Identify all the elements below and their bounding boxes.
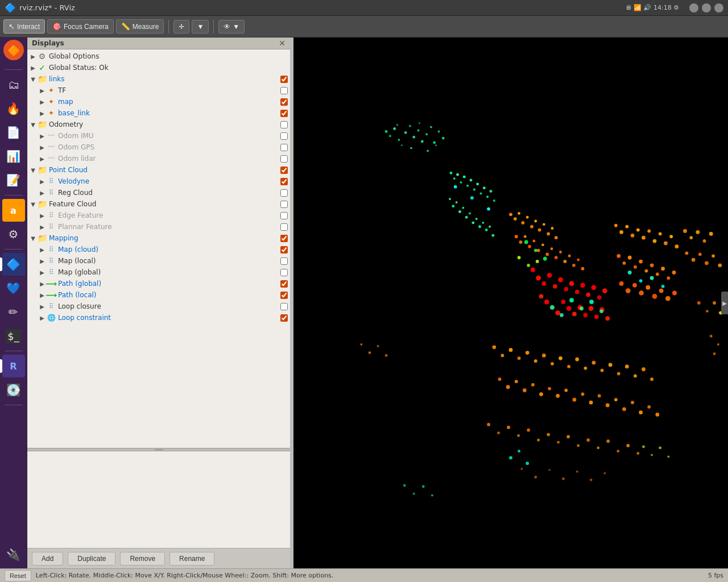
tree-item-path-local[interactable]: ▶ ⟿ Path (local) (27, 289, 290, 301)
tree-item-global-options[interactable]: ▶ ⚙ Global Options (27, 51, 290, 62)
velodyne-checkbox[interactable] (280, 178, 288, 185)
svg-point-63 (547, 232, 550, 235)
svg-point-115 (614, 224, 618, 227)
odom-imu-checkbox[interactable] (280, 132, 288, 140)
duplicate-button[interactable]: Duplicate (68, 552, 115, 566)
svg-point-189 (556, 394, 560, 398)
tree-item-base-link[interactable]: ▶ ✦ base_link (27, 107, 290, 119)
path-local-checkbox[interactable] (280, 292, 288, 299)
svg-point-220 (548, 469, 551, 471)
map-global-checkbox[interactable] (280, 269, 288, 276)
edge-feature-checkbox[interactable] (280, 212, 288, 219)
svg-point-124 (664, 242, 668, 246)
rename-button[interactable]: Rename (169, 552, 214, 566)
tree-item-map-global[interactable]: ▶ ⠿ Map (global) (27, 267, 290, 278)
feature-cloud-checkbox[interactable] (280, 201, 288, 208)
tree-item-path-global[interactable]: ▶ ⟿ Path (global) (27, 278, 290, 289)
tree-item-odom-imu[interactable]: ▶ 〰 Odom IMU (27, 130, 290, 142)
odometry-checkbox[interactable] (280, 121, 288, 128)
svg-point-246 (713, 352, 716, 355)
odom-lidar-checkbox[interactable] (280, 155, 288, 163)
tree-item-map[interactable]: ▶ ✦ map (27, 96, 290, 107)
point-cloud-checkbox[interactable] (280, 167, 288, 174)
fps-display: 5 fps (708, 572, 723, 579)
displays-tree[interactable]: ▶ ⚙ Global Options ▶ ✓ Global Status: Ok… (27, 49, 290, 448)
sidebar-icon-files[interactable]: 🗂 (2, 73, 25, 96)
right-panel-collapse[interactable]: ▶ (721, 292, 728, 314)
add-button[interactable]: Add (32, 552, 63, 566)
base-link-label: base_link (58, 109, 278, 117)
map-cloud-checkbox[interactable] (280, 246, 288, 253)
tree-item-mapping[interactable]: ▼ 📁 Mapping (27, 232, 290, 244)
ubuntu-divider-2 (5, 195, 23, 196)
sidebar-icon-edit[interactable]: ✏ (2, 301, 25, 323)
map-checkbox[interactable] (280, 98, 288, 106)
links-checkbox[interactable] (280, 76, 288, 83)
focus-camera-button[interactable]: 🎯 Focus Camera (47, 19, 114, 34)
mapping-checkbox[interactable] (280, 235, 288, 242)
tree-item-feature-cloud[interactable]: ▼ 📁 Feature Cloud (27, 198, 290, 210)
sidebar-icon-firefox[interactable]: 🔥 (2, 97, 25, 120)
tree-item-tf[interactable]: ▶ ✦ TF (27, 85, 290, 96)
sidebar-icon-vscode[interactable]: 🔷 (2, 253, 25, 276)
svg-point-131 (639, 260, 643, 264)
odom-gps-checkbox[interactable] (280, 144, 288, 151)
sidebar-icon-usb[interactable]: 🔌 (2, 543, 25, 566)
svg-point-90 (575, 290, 580, 294)
svg-point-244 (710, 335, 713, 338)
tree-item-loop-constraint[interactable]: ▶ 🌐 Loop constraint (27, 312, 290, 323)
maximize-btn[interactable] (702, 3, 711, 13)
remove-button[interactable]: Remove (120, 552, 165, 566)
sidebar-icon-writer[interactable]: 📝 (2, 169, 25, 192)
tree-item-loop-closure[interactable]: ▶ ⠿ Loop closure (27, 301, 290, 312)
sidebar-icon-settings[interactable]: ⚙ (2, 223, 25, 246)
map-local-checkbox[interactable] (280, 257, 288, 265)
svg-point-67 (519, 240, 523, 244)
displays-close-btn[interactable]: ✕ (279, 39, 286, 47)
3d-viewport[interactable]: ▶ (293, 38, 728, 568)
tree-item-odom-lidar[interactable]: ▶ 〰 Odom lidar (27, 153, 290, 164)
tree-item-reg-cloud[interactable]: ▶ ⠿ Reg Cloud (27, 187, 290, 198)
tree-item-point-cloud[interactable]: ▼ 📁 Point Cloud (27, 164, 290, 176)
sidebar-icon-amazon[interactable]: a (2, 199, 25, 222)
svg-point-12 (430, 126, 432, 128)
reset-button[interactable]: Reset (5, 570, 31, 581)
ubuntu-logo-icon[interactable]: 🔶 (2, 40, 25, 63)
tree-item-edge-feature[interactable]: ▶ ⠿ Edge Feature (27, 210, 290, 221)
tree-arrow-map: ▶ (39, 98, 46, 105)
sidebar-icon-drive[interactable]: 💽 (2, 379, 25, 401)
tree-item-global-status[interactable]: ▶ ✓ Global Status: Ok (27, 62, 290, 73)
svg-point-198 (631, 401, 634, 404)
interact-button[interactable]: ↖ Interact (3, 19, 45, 34)
tree-item-plannar-feature[interactable]: ▶ ⠿ Plannar Feature (27, 221, 290, 232)
tree-item-velodyne[interactable]: ▶ ⠿ Velodyne (27, 176, 290, 187)
sidebar-icon-terminal[interactable]: $_ (2, 325, 25, 347)
measure-button[interactable]: 📏 Measure (116, 19, 164, 34)
sidebar-icon-vscode2[interactable]: 💙 (2, 277, 25, 300)
move-camera-button[interactable]: ✛ (173, 20, 189, 34)
view-button[interactable]: 👁 ▼ (218, 20, 245, 34)
close-btn[interactable] (714, 3, 723, 13)
displays-title: Displays (32, 39, 64, 47)
sidebar-icon-rviz[interactable]: R (2, 355, 25, 377)
tree-item-odom-gps[interactable]: ▶ 〰 Odom GPS (27, 142, 290, 153)
loop-constraint-checkbox[interactable] (280, 314, 288, 322)
sidebar-icon-doc[interactable]: 📄 (2, 121, 25, 144)
sidebar-icon-spreadsheet[interactable]: 📊 (2, 145, 25, 168)
map-local-icon: ⠿ (47, 256, 56, 265)
dropdown-btn-1[interactable]: ▼ (192, 20, 209, 34)
svg-point-36 (493, 199, 495, 202)
tree-item-odometry[interactable]: ▼ 📁 Odometry (27, 119, 290, 130)
tf-checkbox[interactable] (280, 87, 288, 94)
minimize-btn[interactable] (689, 3, 698, 13)
svg-point-183 (506, 385, 510, 389)
base-link-checkbox[interactable] (280, 110, 288, 117)
plannar-feature-checkbox[interactable] (280, 223, 288, 231)
reg-cloud-checkbox[interactable] (280, 189, 288, 197)
svg-point-204 (507, 426, 510, 429)
tree-item-links[interactable]: ▼ 📁 links (27, 73, 290, 85)
path-global-checkbox[interactable] (280, 280, 288, 288)
loop-closure-checkbox[interactable] (280, 303, 288, 310)
tree-item-map-cloud[interactable]: ▶ ⠿ Map (cloud) (27, 244, 290, 255)
tree-item-map-local[interactable]: ▶ ⠿ Map (local) (27, 255, 290, 267)
